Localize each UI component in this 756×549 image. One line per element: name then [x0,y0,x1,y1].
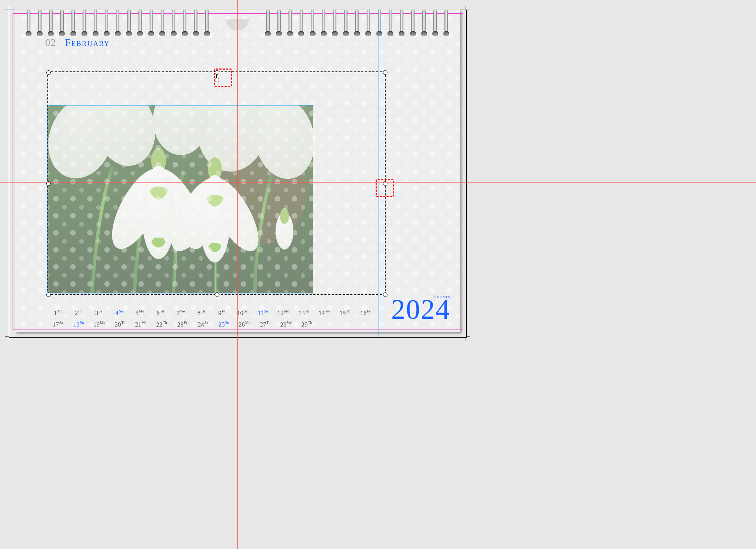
binding-ring [69,18,77,38]
day-cell: 18Su [68,318,89,329]
binding-ring [47,18,55,38]
binding-ring [170,18,178,38]
binding-ring [192,18,200,38]
hanger-tab [226,19,249,30]
day-cell: 26Mo [234,318,255,329]
binding-ring [103,18,111,38]
day-cell: 20Tu [110,318,130,329]
binding-ring [158,18,166,38]
day-cell: 17Sa [47,318,68,329]
binding-ring [353,18,361,38]
binding-ring [331,18,339,38]
crop-tick [466,337,470,337]
binding-ring [136,18,144,38]
day-cell: 10Sa [232,307,252,318]
day-cell: 21We [130,318,151,329]
day-cell: 15Th [334,307,355,318]
binding-ring [91,18,100,38]
crop-tick [9,6,9,10]
day-cell: 6Tu [150,307,170,318]
rotation-handle[interactable] [215,78,219,82]
binding-ring [203,18,211,38]
binding-ring [36,18,44,38]
day-cell: 27Tu [255,318,276,329]
handle-se[interactable] [383,292,387,297]
day-cell: 22Th [151,318,172,329]
binding-ring [397,18,406,38]
binding-ring [297,18,305,38]
day-cell: 29Th [296,318,317,329]
day-cell: 28We [276,318,296,329]
crop-tick [5,337,9,337]
handle-n[interactable] [215,70,219,75]
crop-tick [9,337,9,341]
day-cell: 24Sa [193,318,213,329]
day-cell: 23Fr [172,318,193,329]
handle-e[interactable] [383,181,387,186]
month-name: February [65,37,110,48]
day-cell: 2Fr [68,307,88,318]
day-cell: 13Tu [294,307,314,318]
year-label: 2024 [391,293,450,325]
binding-ring [409,18,417,38]
svg-point-16 [280,208,289,224]
calendar-page: 02 February [15,10,460,332]
binding-ring [320,18,328,38]
crop-tick [466,337,466,341]
binding-ring [275,18,283,38]
days-grid: 1Th2Fr3Sa4Su5Mo6Tu7We8Th9Fr10Sa11Su12Mo1… [47,307,376,329]
day-cell: 12Mo [273,307,293,318]
month-header: 02 February [45,37,110,48]
binding-ring [309,18,317,38]
handle-ne[interactable] [383,70,387,75]
binding-ring [125,18,133,38]
binding-ring [264,18,272,38]
binding-ring [342,18,350,38]
binding-ring [375,18,383,38]
binding-ring [58,18,66,38]
snowdrops-photo [47,105,313,293]
binding-ring [431,18,439,38]
crop-tick [466,6,466,10]
binding-ring [114,18,122,38]
day-cell: 3Sa [89,307,109,318]
day-cell: 4Su [109,307,129,318]
crop-tick [466,10,470,10]
spiral-binding [15,18,460,38]
binding-ring [24,18,33,38]
day-cell: 9Fr [212,307,232,318]
binding-ring [147,18,155,38]
editor-canvas[interactable]: 02 February [0,0,756,549]
binding-ring [80,18,89,38]
day-cell: 16Fr [355,307,376,318]
binding-ring [286,18,294,38]
day-cell: 25Su [213,318,234,329]
month-number: 02 [45,37,56,48]
binding-ring [364,18,372,38]
handle-nw[interactable] [46,70,51,75]
day-cell: 14We [314,307,334,318]
rotation-stem [216,71,217,80]
day-cell: 7We [170,307,191,318]
binding-ring [420,18,428,38]
binding-ring [386,18,394,38]
binding-ring [442,18,450,38]
binding-ring [181,18,189,38]
crop-tick [5,10,9,10]
day-cell: 5Mo [130,307,150,318]
photo-frame[interactable] [47,105,313,293]
day-cell: 19Mo [89,318,110,329]
day-cell: 8Th [191,307,212,318]
day-cell: 11Su [253,307,273,318]
day-cell: 1Th [47,307,68,318]
